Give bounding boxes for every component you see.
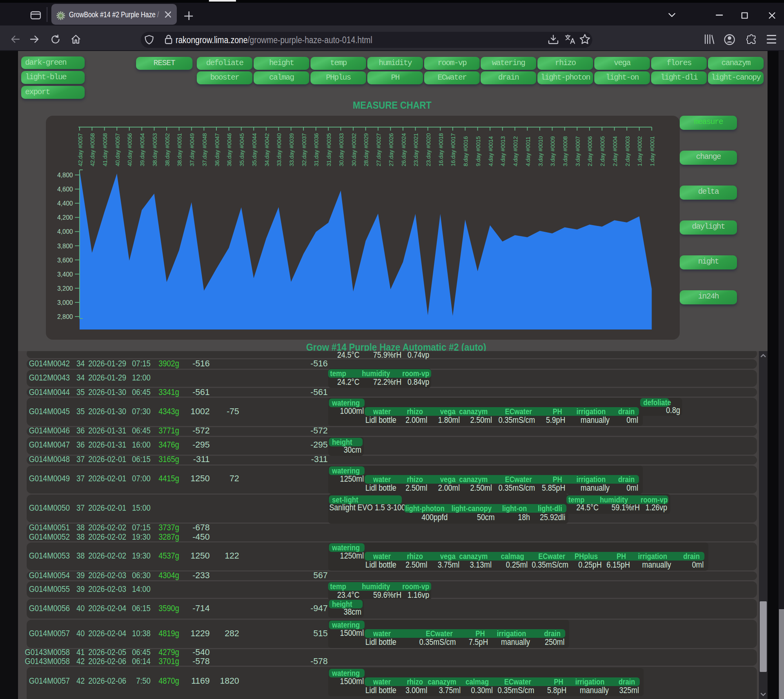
svg-text:31.day #0035: 31.day #0035 (326, 133, 332, 166)
svg-text:16.day #0018: 16.day #0018 (438, 133, 444, 166)
svg-text:42.day #0058: 42.day #0058 (89, 133, 96, 166)
svg-text:27.day #0026: 27.day #0026 (388, 133, 394, 166)
svg-text:33.day #0039: 33.day #0039 (289, 133, 295, 166)
svg-text:9.day #0015: 9.day #0015 (475, 136, 481, 166)
svg-text:16.day #0017: 16.day #0017 (450, 133, 456, 166)
svg-text:3,600: 3,600 (57, 257, 73, 264)
svg-text:4.day #0014: 4.day #0014 (488, 136, 494, 166)
svg-text:1.day #0002: 1.day #0002 (637, 136, 643, 166)
svg-text:32.day #0037: 32.day #0037 (301, 133, 307, 166)
svg-text:3.day #0007: 3.day #0007 (575, 136, 581, 166)
svg-text:37.day #0048: 37.day #0048 (201, 133, 208, 166)
svg-text:26.day #0024: 26.day #0024 (401, 133, 407, 166)
svg-text:38.day #0051: 38.day #0051 (176, 133, 183, 166)
svg-text:4.day #0013: 4.day #0013 (500, 136, 506, 166)
svg-text:28.day #0029: 28.day #0029 (363, 133, 369, 166)
svg-text:2.day #0005: 2.day #0005 (599, 136, 606, 166)
svg-text:4,800: 4,800 (57, 172, 73, 178)
svg-text:37.day #0049: 37.day #0049 (189, 133, 195, 166)
svg-text:33.day #0040: 33.day #0040 (276, 133, 282, 166)
svg-text:2,800: 2,800 (57, 313, 73, 320)
svg-text:4.day #0012: 4.day #0012 (512, 136, 519, 166)
svg-text:36.day #0046: 36.day #0046 (226, 133, 232, 166)
svg-text:2.day #0006: 2.day #0006 (587, 136, 593, 166)
svg-text:36.day #0047: 36.day #0047 (214, 133, 220, 166)
svg-text:4.day #0011: 4.day #0011 (525, 137, 531, 166)
svg-text:30.day #0032: 30.day #0032 (351, 133, 357, 166)
svg-text:38.day #0053: 38.day #0053 (152, 133, 158, 166)
svg-text:3,000: 3,000 (57, 299, 73, 306)
svg-text:3,200: 3,200 (57, 285, 73, 292)
svg-text:4,600: 4,600 (57, 186, 73, 193)
svg-text:41.day #0058: 41.day #0058 (102, 133, 108, 166)
svg-text:39.day #0054: 39.day #0054 (139, 133, 145, 166)
svg-text:42.day #0057: 42.day #0057 (77, 133, 83, 166)
svg-text:4,000: 4,000 (57, 228, 73, 235)
svg-text:4,200: 4,200 (57, 214, 73, 221)
svg-text:4,400: 4,400 (57, 200, 73, 207)
svg-text:31.day #0036: 31.day #0036 (313, 133, 319, 166)
svg-text:34.day #0042: 34.day #0042 (264, 133, 270, 166)
svg-text:8.day #0016: 8.day #0016 (463, 136, 469, 166)
svg-text:3.day #0009: 3.day #0009 (550, 136, 556, 166)
svg-text:2.day #0004: 2.day #0004 (612, 136, 618, 166)
svg-text:35.day #0044: 35.day #0044 (251, 133, 258, 166)
svg-text:38.day #0052: 38.day #0052 (164, 133, 171, 166)
svg-text:27.day #0027: 27.day #0027 (376, 133, 382, 166)
svg-text:3.day #0008: 3.day #0008 (562, 136, 568, 166)
svg-text:40.day #0057: 40.day #0057 (114, 133, 121, 166)
svg-text:35.day #0045: 35.day #0045 (239, 133, 245, 166)
svg-text:3.day #0010: 3.day #0010 (537, 136, 544, 166)
svg-text:2.day #0003: 2.day #0003 (624, 136, 631, 166)
svg-text:40.day #0056: 40.day #0056 (127, 133, 133, 166)
svg-text:3,400: 3,400 (57, 271, 73, 278)
svg-text:23.day #0021: 23.day #0021 (413, 133, 419, 166)
svg-text:1.day #0001: 1.day #0001 (649, 136, 655, 166)
svg-text:23.day #0020: 23.day #0020 (425, 133, 432, 166)
svg-text:3,800: 3,800 (57, 243, 73, 249)
svg-text:30.day #0033: 30.day #0033 (338, 133, 345, 166)
